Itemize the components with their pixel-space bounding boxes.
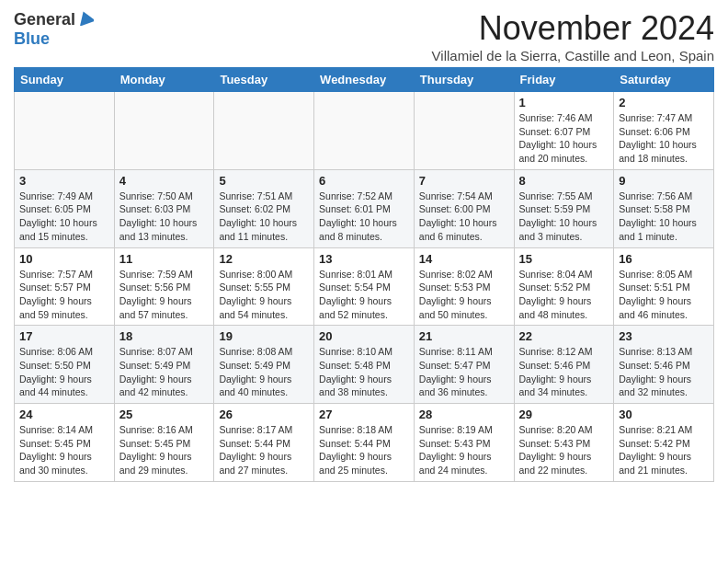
calendar-cell: 14Sunrise: 8:02 AM Sunset: 5:53 PM Dayli… xyxy=(414,247,514,326)
cell-content: Sunrise: 8:19 AM Sunset: 5:43 PM Dayligh… xyxy=(419,423,509,477)
calendar-cell: 23Sunrise: 8:13 AM Sunset: 5:46 PM Dayli… xyxy=(614,326,714,404)
calendar-cell: 25Sunrise: 8:16 AM Sunset: 5:45 PM Dayli… xyxy=(114,404,214,482)
day-number: 2 xyxy=(619,96,709,109)
cell-content: Sunrise: 8:14 AM Sunset: 5:45 PM Dayligh… xyxy=(19,423,109,477)
day-number: 30 xyxy=(619,408,709,421)
day-number: 11 xyxy=(119,252,210,266)
calendar-cell: 6Sunrise: 7:52 AM Sunset: 6:01 PM Daylig… xyxy=(314,169,415,247)
day-number: 19 xyxy=(219,329,309,343)
cell-content: Sunrise: 7:51 AM Sunset: 6:02 PM Dayligh… xyxy=(219,190,309,244)
col-header-saturday: Saturday xyxy=(614,68,714,92)
day-number: 26 xyxy=(219,408,309,421)
logo-blue-text: Blue xyxy=(14,29,50,49)
col-header-wednesday: Wednesday xyxy=(314,68,415,92)
week-row-1: 1Sunrise: 7:46 AM Sunset: 6:07 PM Daylig… xyxy=(15,92,714,170)
calendar-cell: 19Sunrise: 8:08 AM Sunset: 5:49 PM Dayli… xyxy=(214,326,314,404)
calendar-cell xyxy=(15,92,115,170)
day-number: 23 xyxy=(619,329,709,343)
cell-content: Sunrise: 8:13 AM Sunset: 5:46 PM Dayligh… xyxy=(619,345,709,399)
day-number: 16 xyxy=(619,252,709,266)
day-number: 22 xyxy=(519,329,609,343)
calendar-cell: 29Sunrise: 8:20 AM Sunset: 5:43 PM Dayli… xyxy=(514,404,614,482)
calendar-cell xyxy=(114,92,214,170)
logo-general-text: General xyxy=(14,10,75,29)
calendar-cell: 12Sunrise: 8:00 AM Sunset: 5:55 PM Dayli… xyxy=(214,247,314,326)
cell-content: Sunrise: 8:07 AM Sunset: 5:49 PM Dayligh… xyxy=(119,345,210,399)
day-number: 20 xyxy=(319,329,409,343)
day-number: 12 xyxy=(219,252,309,266)
cell-content: Sunrise: 8:04 AM Sunset: 5:52 PM Dayligh… xyxy=(519,268,609,322)
day-number: 1 xyxy=(519,96,609,109)
day-number: 9 xyxy=(619,174,709,188)
cell-content: Sunrise: 8:21 AM Sunset: 5:42 PM Dayligh… xyxy=(619,423,709,477)
calendar-cell: 28Sunrise: 8:19 AM Sunset: 5:43 PM Dayli… xyxy=(414,404,514,482)
cell-content: Sunrise: 7:59 AM Sunset: 5:56 PM Dayligh… xyxy=(119,268,210,322)
day-number: 24 xyxy=(19,408,109,421)
calendar-cell: 17Sunrise: 8:06 AM Sunset: 5:50 PM Dayli… xyxy=(15,326,115,404)
cell-content: Sunrise: 8:06 AM Sunset: 5:50 PM Dayligh… xyxy=(19,345,109,399)
cell-content: Sunrise: 7:47 AM Sunset: 6:06 PM Dayligh… xyxy=(619,111,709,166)
calendar-table: SundayMondayTuesdayWednesdayThursdayFrid… xyxy=(14,67,714,482)
cell-content: Sunrise: 8:12 AM Sunset: 5:46 PM Dayligh… xyxy=(519,345,609,399)
logo: General Blue xyxy=(14,9,94,49)
cell-content: Sunrise: 7:57 AM Sunset: 5:57 PM Dayligh… xyxy=(19,268,109,322)
col-header-thursday: Thursday xyxy=(414,68,514,92)
logo-icon xyxy=(77,9,94,26)
day-number: 7 xyxy=(419,174,509,188)
week-row-2: 3Sunrise: 7:49 AM Sunset: 6:05 PM Daylig… xyxy=(15,169,714,247)
title-section: November 2024 Villamiel de la Sierra, Ca… xyxy=(432,9,714,63)
cell-content: Sunrise: 8:08 AM Sunset: 5:49 PM Dayligh… xyxy=(219,345,309,399)
day-number: 5 xyxy=(219,174,309,188)
cell-content: Sunrise: 8:20 AM Sunset: 5:43 PM Dayligh… xyxy=(519,423,609,477)
day-number: 10 xyxy=(19,252,109,266)
col-header-tuesday: Tuesday xyxy=(214,68,314,92)
calendar-cell: 22Sunrise: 8:12 AM Sunset: 5:46 PM Dayli… xyxy=(514,326,614,404)
cell-content: Sunrise: 8:01 AM Sunset: 5:54 PM Dayligh… xyxy=(319,268,409,322)
calendar-cell xyxy=(414,92,514,170)
calendar-cell xyxy=(214,92,314,170)
location-title: Villamiel de la Sierra, Castille and Leo… xyxy=(432,48,714,63)
day-number: 13 xyxy=(319,252,409,266)
day-number: 3 xyxy=(19,174,109,188)
day-number: 28 xyxy=(419,408,509,421)
cell-content: Sunrise: 8:00 AM Sunset: 5:55 PM Dayligh… xyxy=(219,268,309,322)
calendar-cell: 15Sunrise: 8:04 AM Sunset: 5:52 PM Dayli… xyxy=(514,247,614,326)
week-row-4: 17Sunrise: 8:06 AM Sunset: 5:50 PM Dayli… xyxy=(15,326,714,404)
day-number: 29 xyxy=(519,408,609,421)
cell-content: Sunrise: 7:49 AM Sunset: 6:05 PM Dayligh… xyxy=(19,190,109,244)
calendar-cell: 26Sunrise: 8:17 AM Sunset: 5:44 PM Dayli… xyxy=(214,404,314,482)
svg-marker-0 xyxy=(77,9,94,26)
calendar-cell: 9Sunrise: 7:56 AM Sunset: 5:58 PM Daylig… xyxy=(614,169,714,247)
cell-content: Sunrise: 7:46 AM Sunset: 6:07 PM Dayligh… xyxy=(519,111,609,166)
week-row-3: 10Sunrise: 7:57 AM Sunset: 5:57 PM Dayli… xyxy=(15,247,714,326)
calendar-cell: 7Sunrise: 7:54 AM Sunset: 6:00 PM Daylig… xyxy=(414,169,514,247)
cell-content: Sunrise: 8:11 AM Sunset: 5:47 PM Dayligh… xyxy=(419,345,509,399)
calendar-cell: 30Sunrise: 8:21 AM Sunset: 5:42 PM Dayli… xyxy=(614,404,714,482)
header: General Blue November 2024 Villamiel de … xyxy=(14,9,714,63)
day-number: 18 xyxy=(119,329,210,343)
col-header-friday: Friday xyxy=(514,68,614,92)
calendar-cell: 18Sunrise: 8:07 AM Sunset: 5:49 PM Dayli… xyxy=(114,326,214,404)
calendar-cell: 21Sunrise: 8:11 AM Sunset: 5:47 PM Dayli… xyxy=(414,326,514,404)
calendar-cell: 3Sunrise: 7:49 AM Sunset: 6:05 PM Daylig… xyxy=(15,169,115,247)
cell-content: Sunrise: 7:55 AM Sunset: 5:59 PM Dayligh… xyxy=(519,190,609,244)
cell-content: Sunrise: 8:02 AM Sunset: 5:53 PM Dayligh… xyxy=(419,268,509,322)
calendar-cell: 2Sunrise: 7:47 AM Sunset: 6:06 PM Daylig… xyxy=(614,92,714,170)
cell-content: Sunrise: 7:56 AM Sunset: 5:58 PM Dayligh… xyxy=(619,190,709,244)
col-header-monday: Monday xyxy=(114,68,214,92)
cell-content: Sunrise: 8:16 AM Sunset: 5:45 PM Dayligh… xyxy=(119,423,210,477)
calendar-cell: 16Sunrise: 8:05 AM Sunset: 5:51 PM Dayli… xyxy=(614,247,714,326)
day-number: 14 xyxy=(419,252,509,266)
calendar-cell: 24Sunrise: 8:14 AM Sunset: 5:45 PM Dayli… xyxy=(15,404,115,482)
calendar-cell: 8Sunrise: 7:55 AM Sunset: 5:59 PM Daylig… xyxy=(514,169,614,247)
day-number: 15 xyxy=(519,252,609,266)
day-number: 6 xyxy=(319,174,409,188)
day-number: 27 xyxy=(319,408,409,421)
calendar-cell: 11Sunrise: 7:59 AM Sunset: 5:56 PM Dayli… xyxy=(114,247,214,326)
month-title: November 2024 xyxy=(432,9,714,48)
calendar-cell: 13Sunrise: 8:01 AM Sunset: 5:54 PM Dayli… xyxy=(314,247,415,326)
cell-content: Sunrise: 7:50 AM Sunset: 6:03 PM Dayligh… xyxy=(119,190,210,244)
cell-content: Sunrise: 7:52 AM Sunset: 6:01 PM Dayligh… xyxy=(319,190,409,244)
calendar-cell: 27Sunrise: 8:18 AM Sunset: 5:44 PM Dayli… xyxy=(314,404,415,482)
week-row-5: 24Sunrise: 8:14 AM Sunset: 5:45 PM Dayli… xyxy=(15,404,714,482)
